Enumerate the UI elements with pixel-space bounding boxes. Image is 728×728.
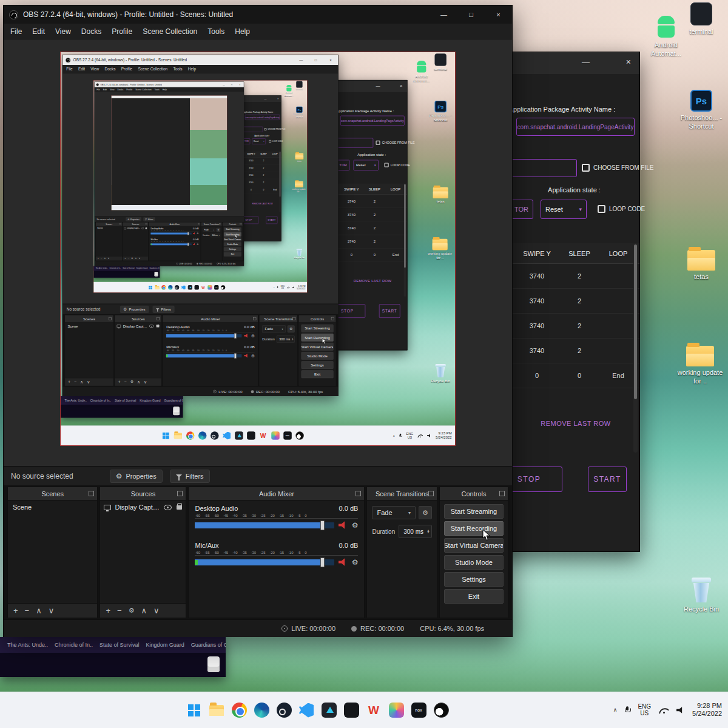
start-recording-button[interactable]: Start Recording	[444, 521, 504, 536]
package-activity-input[interactable]: com.snapchat.android.LandingPageActivity	[340, 116, 405, 126]
wifi-icon[interactable]	[659, 707, 669, 713]
chrome-icon[interactable]	[231, 702, 248, 719]
add-source-button[interactable]: +	[118, 380, 121, 384]
menu-item-tools[interactable]: Tools	[173, 67, 182, 72]
source-list-item[interactable]: Display Capture	[115, 323, 161, 330]
dock-pin-icon[interactable]	[146, 223, 147, 225]
desktop-icon-photoshop[interactable]: Ps Photoshoo... - Shortcut	[428, 101, 454, 123]
dock-pin-icon[interactable]	[428, 491, 434, 496]
menu-item-file[interactable]: File	[10, 27, 22, 36]
studio-mode-button[interactable]: Studio Mode	[302, 352, 334, 360]
transition-select[interactable]: Fade ▾	[262, 325, 286, 332]
bookmark-item[interactable]: The Ants: Unde..	[96, 268, 108, 269]
desktop-icon-folder-tetas[interactable]: tetas	[428, 187, 454, 204]
properties-button[interactable]: ⚙ Properties	[120, 306, 149, 313]
volume-icon[interactable]	[676, 707, 684, 713]
start-streaming-button[interactable]: Start Streaming	[224, 228, 241, 232]
start-streaming-button[interactable]: Start Streaming	[302, 325, 334, 332]
start-button[interactable]: START	[266, 217, 278, 224]
remove-scene-button[interactable]: −	[25, 607, 30, 615]
transition-select[interactable]: Fade ▾	[203, 228, 215, 232]
filters-button[interactable]: Filters	[170, 470, 210, 483]
vscode-icon[interactable]	[298, 702, 315, 719]
obs-titlebar[interactable]: OBS 27.2.4 (64-bit, windows) - Profile: …	[4, 5, 512, 24]
dock-pin-icon[interactable]	[331, 317, 334, 320]
source-properties-button[interactable]: ⚙	[129, 607, 135, 614]
bookmark-item[interactable]: Kingdom Guard	[146, 642, 184, 648]
bookmark-item[interactable]: Chronicle of In..	[55, 642, 93, 648]
language-indicator[interactable]: ENG US	[281, 285, 285, 289]
microphone-icon[interactable]	[277, 286, 278, 288]
filters-button[interactable]: Filters	[143, 217, 155, 221]
close-icon[interactable]: ×	[277, 97, 278, 100]
application-state-dropdown[interactable]: Reset ▾	[541, 200, 587, 219]
dark-app-icon[interactable]	[194, 285, 199, 290]
remove-source-button[interactable]: −	[124, 380, 127, 384]
volume-slider[interactable]	[166, 354, 241, 357]
chrome-icon[interactable]	[186, 431, 195, 440]
transition-settings-button[interactable]: ⚙	[419, 506, 432, 519]
properties-button[interactable]: ⚙ Properties	[126, 217, 141, 221]
choose-from-file-checkbox[interactable]: CHOOSE FROM FILE	[265, 128, 286, 130]
scene-up-button[interactable]: ∧	[104, 257, 106, 260]
add-scene-button[interactable]: +	[13, 607, 18, 615]
menu-item-scene-collection[interactable]: Scene Collection	[138, 67, 167, 72]
visibility-eye-icon[interactable]	[150, 325, 154, 328]
source-list-item[interactable]: Display Capture	[100, 500, 186, 514]
start-button[interactable]: START	[588, 467, 627, 492]
remove-source-button[interactable]: −	[117, 607, 122, 615]
volume-slider[interactable]	[195, 559, 334, 565]
wps-office-icon[interactable]: W	[365, 702, 382, 719]
start-icon[interactable]	[186, 702, 203, 719]
desktop-icon-folder-working[interactable]: working update for ..	[292, 181, 306, 193]
dock-pin-icon[interactable]	[240, 223, 242, 225]
mute-speaker-icon[interactable]	[193, 232, 195, 235]
lock-icon[interactable]	[177, 505, 182, 510]
start-icon[interactable]	[161, 431, 170, 440]
vscode-icon[interactable]	[222, 431, 231, 440]
minimize-icon[interactable]: —	[582, 58, 590, 67]
studio-mode-button[interactable]: Studio Mode	[224, 242, 241, 246]
scene-list-item[interactable]: Scene	[8, 500, 97, 514]
microphone-icon[interactable]	[399, 434, 402, 437]
scrollbar-thumb[interactable]	[280, 152, 280, 197]
menu-item-profile[interactable]: Profile	[126, 88, 132, 90]
bookmark-item[interactable]: The Ants: Unde..	[7, 642, 48, 648]
start-virtual-camera-button[interactable]: Start Virtual Camera	[224, 237, 241, 241]
desktop-icon-photoshop[interactable]: Ps Photoshoo... - Shortcut	[677, 90, 726, 131]
microphone-icon[interactable]	[625, 707, 630, 714]
properties-button[interactable]: ⚙ Properties	[110, 470, 163, 483]
file-explorer-icon[interactable]	[208, 702, 225, 719]
gallery-icon[interactable]	[271, 431, 280, 440]
add-scene-button[interactable]: +	[68, 380, 70, 384]
nox-icon[interactable]	[320, 702, 337, 719]
dock-pin-icon[interactable]	[177, 491, 183, 496]
bookmark-item[interactable]: Guardians of Cl..	[191, 642, 226, 648]
start-icon[interactable]	[148, 285, 153, 290]
source-list-item[interactable]: Display Capture	[123, 226, 148, 230]
close-icon[interactable]: ×	[400, 83, 402, 89]
menu-item-profile[interactable]: Profile	[121, 67, 132, 72]
settings-button[interactable]: Settings	[444, 572, 504, 587]
gear-icon[interactable]: ⚙	[352, 522, 359, 529]
dock-pin-icon[interactable]	[254, 317, 257, 320]
scene-down-button[interactable]: ∨	[108, 257, 110, 260]
minimize-button[interactable]: —	[294, 55, 308, 65]
menu-item-scene-collection[interactable]: Scene Collection	[143, 27, 197, 36]
floating-widget[interactable]	[173, 406, 180, 415]
tray-overflow-chevron-icon[interactable]: ∧	[613, 707, 618, 713]
dark-app-icon[interactable]	[343, 702, 360, 719]
minimize-button[interactable]: —	[430, 5, 457, 24]
source-down-button[interactable]: ∨	[138, 257, 140, 260]
obs-titlebar[interactable]: OBS 27.2.4 (64-bit, windows) - Profile: …	[62, 55, 338, 65]
wifi-icon[interactable]	[417, 434, 423, 437]
dock-pin-icon[interactable]	[89, 491, 94, 496]
visibility-eye-icon[interactable]	[164, 505, 172, 510]
visibility-eye-icon[interactable]	[142, 228, 144, 229]
menu-item-docks[interactable]: Docks	[81, 27, 101, 36]
settings-button[interactable]: Settings	[224, 247, 241, 251]
mute-speaker-icon[interactable]	[339, 521, 348, 529]
file-explorer-icon[interactable]	[155, 285, 160, 290]
gear-icon[interactable]: ⚙	[352, 559, 359, 566]
desktop-icon-recycle-bin[interactable]: Recycle Bin	[677, 578, 726, 614]
